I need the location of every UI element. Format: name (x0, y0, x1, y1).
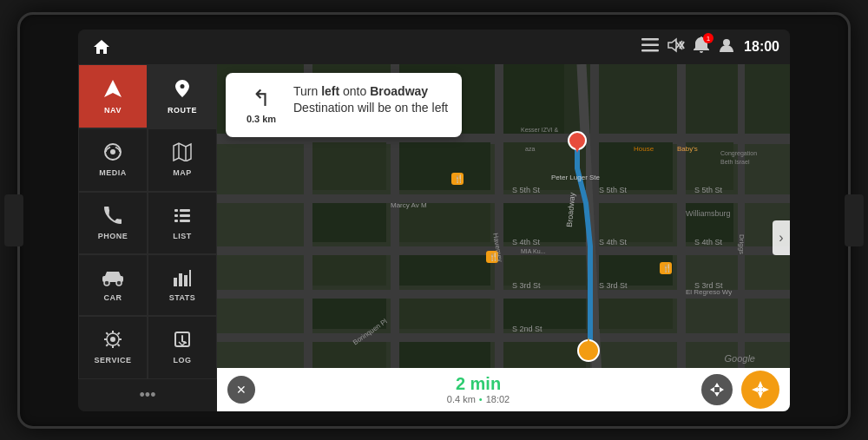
svg-text:MIA Ku...: MIA Ku... (521, 248, 545, 254)
svg-rect-40 (677, 64, 686, 411)
eta-details: 0.4 km • 18:02 (264, 394, 693, 404)
eta-minutes: 2 min (264, 374, 693, 394)
notification-bell-icon[interactable]: 1 (694, 36, 709, 56)
turn-distance: 0.3 km (247, 114, 276, 124)
stats-icon (173, 269, 192, 291)
svg-rect-15 (180, 220, 190, 222)
phone-icon (103, 206, 122, 229)
car-icon (102, 269, 124, 291)
sidebar-item-log[interactable]: LOG (148, 316, 217, 379)
sidebar-item-car[interactable]: CAR (78, 254, 148, 316)
map-edge-chevron[interactable]: › (773, 220, 790, 255)
sidebar-item-phone[interactable]: PHONE (78, 192, 148, 255)
turn-arrow-icon: ↱ (252, 85, 271, 112)
svg-rect-58 (399, 299, 490, 329)
svg-point-18 (116, 280, 122, 286)
sidebar-item-map[interactable]: MAP (148, 128, 217, 192)
svg-text:S 5th St: S 5th St (512, 186, 541, 194)
nav-grid: NAV ROUTE (78, 64, 217, 379)
sidebar-item-list[interactable]: LIST (148, 192, 217, 255)
user-profile-icon[interactable] (718, 36, 735, 56)
log-icon (173, 330, 192, 353)
eta-arrival-time: 18:02 (486, 394, 510, 404)
svg-text:El Regreso Wy: El Regreso Wy (686, 288, 732, 296)
list-icon (173, 206, 192, 229)
service-label: SERVICE (95, 356, 132, 364)
status-left (89, 34, 115, 60)
svg-rect-19 (174, 278, 177, 286)
media-label: MEDIA (99, 168, 127, 177)
svg-text:House: House (634, 145, 654, 153)
main-content: NAV ROUTE (78, 64, 790, 411)
svg-rect-10 (174, 209, 178, 212)
svg-text:🍴: 🍴 (454, 174, 464, 184)
sidebar-item-stats[interactable]: STATS (148, 254, 217, 316)
svg-point-23 (110, 337, 115, 342)
svg-rect-62 (399, 342, 490, 368)
svg-text:S 4th St: S 4th St (512, 238, 541, 246)
svg-point-99 (758, 387, 763, 392)
svg-rect-60 (599, 299, 673, 329)
list-label: LIST (173, 232, 192, 240)
bracket-right (845, 194, 864, 246)
svg-text:S 3rd St: S 3rd St (599, 281, 628, 290)
svg-rect-43 (312, 142, 386, 190)
dot-separator: • (479, 394, 483, 404)
svg-text:S 4th St: S 4th St (694, 238, 723, 246)
home-button[interactable] (89, 34, 115, 60)
close-icon: ✕ (236, 383, 247, 397)
media-icon (103, 142, 122, 166)
svg-text:S 3rd St: S 3rd St (512, 281, 541, 290)
svg-rect-63 (503, 342, 586, 368)
car-label: CAR (104, 293, 122, 302)
map-icon (173, 142, 192, 166)
svg-rect-53 (312, 255, 386, 286)
svg-point-7 (110, 149, 115, 154)
map-area: S 5th St S 5th St S 5th St S 4th St S 4t… (217, 64, 790, 411)
instruction-suffix: Destination will be on the left (293, 101, 448, 115)
status-bar: 1 18:00 (78, 30, 790, 64)
svg-text:Beth Israel: Beth Israel (720, 159, 750, 165)
svg-rect-22 (189, 270, 191, 286)
service-icon (103, 330, 122, 353)
svg-text:aza: aza (525, 146, 535, 152)
svg-rect-14 (174, 220, 178, 222)
nav-instruction-text: Turn left onto Broadway Destination will… (293, 83, 448, 117)
sidebar-bottom: ••• (78, 379, 217, 411)
svg-text:Williamsburg: Williamsburg (686, 209, 731, 218)
svg-rect-11 (180, 209, 190, 212)
nav-instruction-card: ↱ 0.3 km Turn left onto Broadway Destina… (226, 73, 462, 137)
svg-point-17 (104, 280, 109, 286)
svg-text:S 2nd St: S 2nd St (512, 325, 542, 333)
svg-text:Marcy Av M: Marcy Av M (391, 201, 427, 209)
sidebar-item-media[interactable]: MEDIA (78, 128, 148, 192)
svg-rect-51 (599, 203, 673, 242)
route-label: ROUTE (168, 106, 197, 115)
recenter-button[interactable] (701, 374, 733, 405)
compass-button[interactable] (741, 371, 779, 409)
svg-rect-0 (641, 38, 659, 41)
close-navigation-button[interactable]: ✕ (227, 376, 255, 404)
nav-arrow-icon (102, 78, 123, 103)
svg-rect-54 (399, 255, 490, 286)
screen-container: 1 18:00 (78, 30, 790, 411)
sidebar: NAV ROUTE (78, 64, 217, 411)
svg-rect-48 (312, 203, 386, 242)
svg-text:Kesser IZVI &: Kesser IZVI & (521, 127, 559, 133)
hamburger-menu-icon[interactable] (641, 38, 659, 55)
svg-point-5 (723, 39, 730, 46)
dots-menu[interactable]: ••• (140, 386, 156, 404)
nav-label: NAV (104, 106, 122, 115)
sidebar-item-service[interactable]: SERVICE (78, 316, 148, 379)
sidebar-item-route[interactable]: ROUTE (148, 64, 217, 129)
svg-text:🍴: 🍴 (662, 263, 673, 273)
mute-icon[interactable] (667, 37, 685, 56)
svg-text:S 5th St: S 5th St (599, 186, 628, 194)
sidebar-item-nav[interactable]: NAV (78, 64, 148, 129)
car-unit: 1 18:00 (17, 12, 851, 429)
svg-rect-2 (641, 49, 659, 52)
phone-label: PHONE (98, 232, 128, 240)
eta-info: 2 min 0.4 km • 18:02 (264, 374, 693, 404)
svg-text:Driggs: Driggs (738, 234, 746, 254)
map-bottom-bar: ✕ 2 min 0.4 km • 18:02 (217, 368, 790, 411)
